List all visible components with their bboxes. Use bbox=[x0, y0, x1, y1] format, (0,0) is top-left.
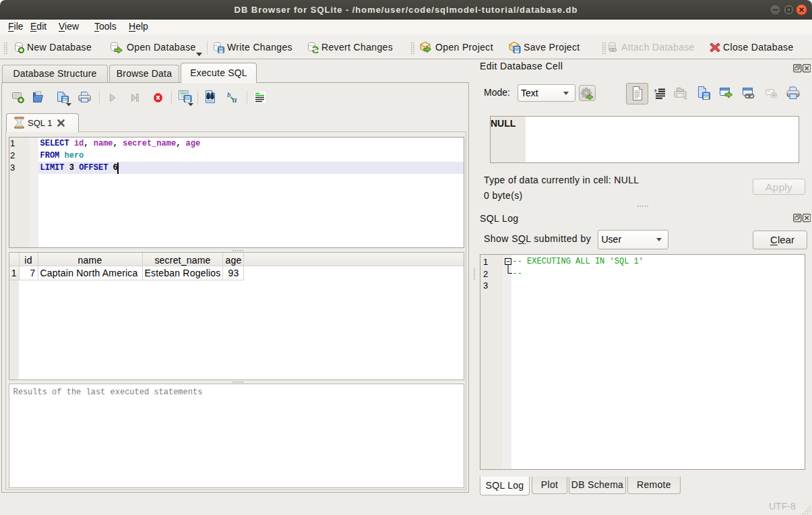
svg-text:b: b bbox=[227, 91, 231, 98]
